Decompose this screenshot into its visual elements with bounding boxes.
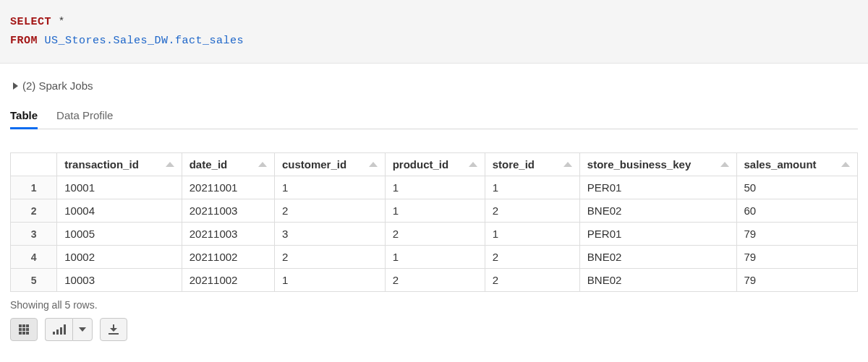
cell-date-id[interactable]: 20211003 xyxy=(182,199,275,223)
sql-keyword-select: SELECT xyxy=(10,16,51,28)
cell-transaction-id[interactable]: 10001 xyxy=(57,176,182,199)
sort-asc-icon xyxy=(166,162,174,167)
cell-store-id[interactable]: 1 xyxy=(485,176,580,199)
chevron-down-icon xyxy=(79,327,86,332)
sort-asc-icon xyxy=(258,162,267,167)
cell-product-id[interactable]: 1 xyxy=(386,199,485,223)
cell-customer-id[interactable]: 2 xyxy=(275,199,386,223)
spark-jobs-label: (2) Spark Jobs xyxy=(22,79,93,92)
cell-product-id[interactable]: 2 xyxy=(386,223,485,246)
row-number: 4 xyxy=(11,246,57,269)
cell-store-id[interactable]: 2 xyxy=(485,199,580,223)
cell-customer-id[interactable]: 1 xyxy=(275,176,386,199)
table-row: 3 10005 20211003 3 2 1 PER01 79 xyxy=(11,223,858,246)
cell-customer-id[interactable]: 1 xyxy=(275,269,386,292)
table-row: 1 10001 20211001 1 1 1 PER01 50 xyxy=(11,176,858,199)
cell-store-business-key[interactable]: BNE02 xyxy=(580,199,737,223)
caret-right-icon xyxy=(13,82,18,90)
sort-asc-icon xyxy=(841,162,850,167)
cell-store-id[interactable]: 1 xyxy=(485,223,580,246)
sort-asc-icon xyxy=(720,162,729,167)
table-view-button[interactable] xyxy=(10,318,38,341)
row-number: 5 xyxy=(11,269,57,292)
cell-store-business-key[interactable]: PER01 xyxy=(580,176,737,199)
cell-transaction-id[interactable]: 10003 xyxy=(57,269,182,292)
row-number: 3 xyxy=(11,223,57,246)
cell-transaction-id[interactable]: 10002 xyxy=(57,246,182,269)
result-toolbar xyxy=(10,318,858,341)
cell-product-id[interactable]: 1 xyxy=(386,246,485,269)
grid-header-row: transaction_id date_id customer_id produ… xyxy=(11,153,858,176)
col-header-customer-id[interactable]: customer_id xyxy=(275,153,386,176)
cell-product-id[interactable]: 1 xyxy=(386,176,485,199)
cell-sales-amount[interactable]: 79 xyxy=(737,246,859,269)
chart-menu-button[interactable] xyxy=(72,318,93,341)
tab-data-profile[interactable]: Data Profile xyxy=(56,105,113,129)
download-icon xyxy=(109,324,119,335)
cell-customer-id[interactable]: 3 xyxy=(275,223,386,246)
grid-icon xyxy=(19,324,29,335)
cell-sales-amount[interactable]: 50 xyxy=(737,176,859,199)
sort-asc-icon xyxy=(469,162,477,167)
results-grid: transaction_id date_id customer_id produ… xyxy=(10,152,858,292)
sort-asc-icon xyxy=(563,162,572,167)
col-header-store-id[interactable]: store_id xyxy=(485,153,580,176)
table-row: 5 10003 20211002 1 2 2 BNE02 79 xyxy=(11,269,858,292)
cell-sales-amount[interactable]: 60 xyxy=(737,199,859,223)
sql-keyword-from: FROM xyxy=(10,35,38,47)
row-number: 2 xyxy=(11,199,57,223)
cell-sales-amount[interactable]: 79 xyxy=(737,269,859,292)
row-number: 1 xyxy=(11,176,57,199)
spark-jobs-toggle[interactable]: (2) Spark Jobs xyxy=(13,79,858,92)
bar-chart-icon xyxy=(53,324,66,335)
cell-date-id[interactable]: 20211002 xyxy=(182,269,275,292)
cell-date-id[interactable]: 20211002 xyxy=(182,246,275,269)
cell-date-id[interactable]: 20211001 xyxy=(182,176,275,199)
col-header-product-id[interactable]: product_id xyxy=(386,153,485,176)
cell-customer-id[interactable]: 2 xyxy=(275,246,386,269)
cell-date-id[interactable]: 20211003 xyxy=(182,223,275,246)
col-header-date-id[interactable]: date_id xyxy=(182,153,275,176)
col-header-transaction-id[interactable]: transaction_id xyxy=(57,153,182,176)
sql-star: * xyxy=(59,16,66,28)
output-area: (2) Spark Jobs Table Data Profile transa… xyxy=(0,64,868,354)
table-row: 2 10004 20211003 2 1 2 BNE02 60 xyxy=(11,199,858,223)
col-header-sales-amount[interactable]: sales_amount xyxy=(737,153,859,176)
cell-transaction-id[interactable]: 10005 xyxy=(57,223,182,246)
cell-store-business-key[interactable]: PER01 xyxy=(580,223,737,246)
table-row: 4 10002 20211002 2 1 2 BNE02 79 xyxy=(11,246,858,269)
chart-view-button[interactable] xyxy=(45,318,72,341)
cell-store-id[interactable]: 2 xyxy=(485,246,580,269)
cell-store-business-key[interactable]: BNE02 xyxy=(580,269,737,292)
sort-asc-icon xyxy=(369,162,378,167)
cell-transaction-id[interactable]: 10004 xyxy=(57,199,182,223)
result-tabs: Table Data Profile xyxy=(10,105,858,129)
sql-cell[interactable]: SELECT * FROM US_Stores.Sales_DW.fact_sa… xyxy=(0,0,868,64)
cell-store-business-key[interactable]: BNE02 xyxy=(580,246,737,269)
cell-product-id[interactable]: 2 xyxy=(386,269,485,292)
cell-sales-amount[interactable]: 79 xyxy=(737,223,859,246)
download-button[interactable] xyxy=(100,318,127,341)
row-count-label: Showing all 5 rows. xyxy=(10,299,858,311)
row-number-header xyxy=(11,153,57,176)
tab-table[interactable]: Table xyxy=(10,105,38,129)
col-header-store-business-key[interactable]: store_business_key xyxy=(580,153,737,176)
cell-store-id[interactable]: 2 xyxy=(485,269,580,292)
sql-table-ref: US_Stores.Sales_DW.fact_sales xyxy=(45,35,244,47)
